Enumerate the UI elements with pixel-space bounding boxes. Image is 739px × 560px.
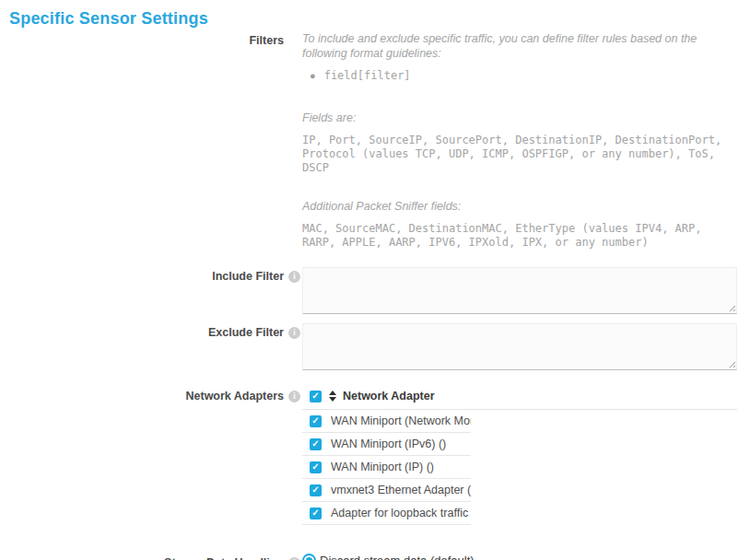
bullet-icon: ● bbox=[310, 69, 316, 83]
adapter-checkbox[interactable] bbox=[310, 415, 322, 427]
info-icon[interactable]: i bbox=[288, 327, 300, 339]
adapter-checkbox[interactable] bbox=[310, 508, 322, 519]
adapter-name: vmxnet3 Ethernet Adapter (fe8… bbox=[331, 484, 471, 496]
settings-page: Specific Sensor Settings Filters To incl… bbox=[0, 0, 739, 560]
stream-data-handling-label-text: Stream Data Handling bbox=[164, 556, 284, 560]
adapter-name: Adapter for loopback traffic ca… bbox=[331, 507, 471, 519]
adapter-name: WAN Miniport (Network Monito… bbox=[331, 414, 471, 427]
exclude-filter-field-wrap bbox=[302, 323, 737, 370]
table-row[interactable]: WAN Miniport (IPv6) () bbox=[302, 433, 471, 456]
info-icon[interactable]: i bbox=[288, 271, 300, 283]
radio-selected-icon[interactable] bbox=[302, 554, 316, 560]
table-row[interactable]: vmxnet3 Ethernet Adapter (fe8… bbox=[302, 479, 471, 502]
include-filter-input[interactable] bbox=[302, 267, 737, 314]
filters-label: Filters bbox=[9, 31, 302, 48]
filter-format-example: field[filter] bbox=[324, 69, 411, 83]
network-adapters-label-text: Network Adapters bbox=[185, 390, 284, 402]
exclude-filter-label: Exclude Filter i bbox=[9, 323, 302, 340]
table-row[interactable]: WAN Miniport (IP) () bbox=[302, 456, 471, 479]
network-adapter-table: Network Adapter WAN Miniport (Network Mo… bbox=[302, 387, 737, 525]
exclude-filter-label-text: Exclude Filter bbox=[208, 326, 284, 339]
info-icon[interactable]: i bbox=[288, 391, 300, 402]
include-filter-label-text: Include Filter bbox=[212, 270, 284, 283]
table-row[interactable]: Adapter for loopback traffic ca… bbox=[302, 502, 471, 525]
table-row[interactable]: WAN Miniport (Network Monito… bbox=[302, 410, 471, 433]
fields-are-label: Fields are: bbox=[302, 111, 728, 125]
network-adapters-label: Network Adapters i bbox=[9, 387, 302, 403]
adapter-column-header[interactable]: Network Adapter bbox=[343, 390, 435, 402]
include-filter-row: Include Filter i bbox=[9, 267, 728, 314]
filters-help: To include and exclude specific traffic,… bbox=[302, 31, 728, 250]
filters-guideline-text: To include and exclude specific traffic,… bbox=[302, 31, 728, 61]
adapter-checkbox[interactable] bbox=[310, 461, 322, 473]
select-all-checkbox[interactable] bbox=[310, 391, 322, 402]
filters-bullet-item: ● field[filter] bbox=[310, 69, 728, 83]
include-filter-field-wrap bbox=[302, 267, 737, 314]
additional-fields-label: Additional Packet Sniffer fields: bbox=[302, 199, 728, 214]
page-title: Specific Sensor Settings bbox=[9, 9, 728, 29]
additional-fields-list: MAC, SourceMAC, DestinationMAC, EtherTyp… bbox=[302, 222, 728, 250]
adapter-name: WAN Miniport (IPv6) () bbox=[331, 438, 446, 450]
stream-data-handling-label: Stream Data Handling i bbox=[9, 554, 302, 560]
fields-list: IP, Port, SourceIP, SourcePort, Destinat… bbox=[302, 134, 728, 175]
stream-data-handling-row: Stream Data Handling i Discard stream da… bbox=[9, 554, 728, 560]
filters-row: Filters To include and exclude specific … bbox=[9, 31, 728, 250]
exclude-filter-row: Exclude Filter i bbox=[9, 323, 728, 370]
adapter-name: WAN Miniport (IP) () bbox=[331, 461, 434, 473]
adapter-checkbox[interactable] bbox=[310, 484, 322, 496]
adapter-table-header[interactable]: Network Adapter bbox=[302, 387, 737, 410]
radio-option-discard[interactable]: Discard stream data (default) bbox=[302, 554, 728, 560]
sort-icon[interactable] bbox=[329, 391, 336, 402]
adapter-checkbox[interactable] bbox=[310, 438, 322, 450]
network-adapters-row: Network Adapters i Network Adapter WAN M… bbox=[9, 387, 728, 525]
exclude-filter-input[interactable] bbox=[302, 323, 737, 370]
stream-data-radio-group: Discard stream data (default) Store stre… bbox=[302, 554, 728, 560]
radio-option-label: Discard stream data (default) bbox=[320, 554, 475, 560]
include-filter-label: Include Filter i bbox=[9, 267, 302, 284]
